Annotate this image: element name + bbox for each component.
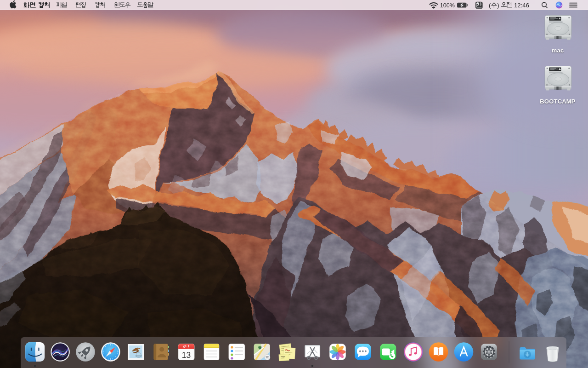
- svg-text:(: (: [489, 2, 491, 9]
- svg-text:): ): [498, 2, 499, 9]
- svg-text:13: 13: [182, 351, 191, 360]
- svg-text:3D: 3D: [266, 356, 270, 359]
- svg-text:12:46: 12:46: [514, 2, 529, 9]
- svg-text:100%: 100%: [440, 2, 455, 9]
